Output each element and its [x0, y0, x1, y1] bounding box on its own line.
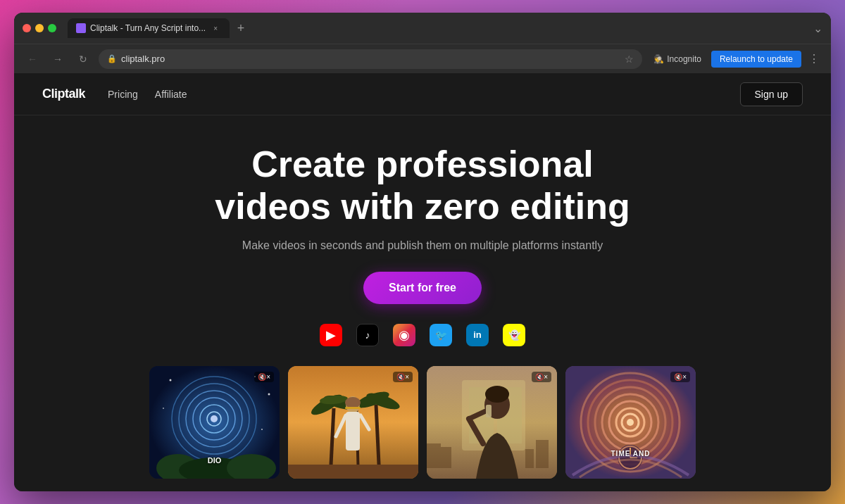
tab-bar: Cliptalk - Turn Any Script into... × +	[68, 18, 808, 38]
star-icon[interactable]: ☆	[625, 53, 634, 65]
youtube-icon: ▶	[320, 324, 342, 346]
site-nav-links: Pricing Affiliate	[108, 89, 187, 100]
tiktok-icon: ♪	[356, 324, 379, 346]
mute-badge-3[interactable]: 🔇×	[532, 372, 551, 382]
svg-rect-41	[427, 443, 441, 468]
chrome-actions: 🕵 Incognito Relaunch to update ⋮	[648, 49, 822, 68]
hero-title: Create professional videos with zero edi…	[215, 144, 630, 228]
mute-badge-1[interactable]: 🔇×	[254, 372, 274, 382]
site-navbar: Cliptalk Pricing Affiliate Sign up	[14, 73, 831, 115]
url-text: cliptalk.pro	[121, 53, 620, 64]
addressbar: ← → ↻ 🔒 cliptalk.pro ☆ 🕵 Incognito Relau…	[14, 44, 831, 73]
video-card-starry: 🔇× DIO	[149, 366, 280, 479]
website-content: Cliptalk Pricing Affiliate Sign up Creat…	[14, 73, 831, 491]
platform-icons: ▶ ♪ ◉ 🐦 in 👻	[320, 324, 525, 346]
svg-point-53	[627, 419, 634, 426]
chrome-end-button[interactable]: ⌄	[813, 22, 822, 35]
hero-section: Create professional videos with zero edi…	[14, 115, 831, 491]
signup-button[interactable]: Sign up	[740, 82, 803, 106]
svg-point-9	[268, 393, 270, 395]
svg-point-37	[485, 386, 509, 403]
snapchat-icon: 👻	[503, 324, 525, 346]
maximize-traffic-light[interactable]	[48, 24, 56, 32]
hero-title-line1: Create professional	[251, 144, 594, 184]
vortex-svg	[565, 366, 696, 479]
url-bar[interactable]: 🔒 cliptalk.pro ☆	[99, 49, 642, 69]
instagram-icon: ◉	[393, 324, 415, 346]
video-row: 🔇× DIO	[28, 366, 817, 479]
mute-badge-4[interactable]: 🔇×	[670, 372, 690, 382]
video-card-vortex: 🔇× TIME AND	[565, 366, 696, 479]
traffic-lights	[23, 24, 56, 32]
browser-window: Cliptalk - Turn Any Script into... × + ⌄…	[14, 13, 831, 491]
incognito-icon: 🕵	[653, 54, 664, 64]
titlebar: Cliptalk - Turn Any Script into... × + ⌄	[14, 13, 831, 44]
nav-link-affiliate[interactable]: Affiliate	[155, 89, 187, 100]
tab-close-button[interactable]: ×	[210, 23, 221, 34]
new-tab-button[interactable]: +	[232, 20, 249, 37]
active-tab[interactable]: Cliptalk - Turn Any Script into... ×	[68, 18, 230, 38]
twitter-icon: 🐦	[430, 324, 452, 346]
forward-button[interactable]: →	[48, 49, 68, 69]
three-dots-menu[interactable]: ⋮	[806, 49, 822, 68]
mute-badge-2[interactable]: 🔇×	[393, 372, 413, 382]
video-label-1: DIO	[208, 456, 222, 465]
site-logo: Cliptalk	[42, 87, 85, 101]
cta-button[interactable]: Start for free	[363, 272, 482, 304]
svg-point-10	[163, 408, 164, 409]
lock-icon: 🔒	[107, 54, 117, 63]
svg-point-11	[261, 429, 263, 430]
svg-point-15	[211, 415, 218, 422]
svg-rect-31	[288, 465, 418, 479]
reload-button[interactable]: ↻	[73, 49, 93, 69]
tab-favicon	[76, 23, 86, 33]
hero-title-line2: videos with zero editing	[215, 186, 630, 227]
svg-rect-43	[536, 440, 549, 468]
incognito-button[interactable]: 🕵 Incognito	[648, 51, 707, 67]
minimize-traffic-light[interactable]	[35, 24, 44, 32]
svg-point-7	[170, 379, 172, 381]
relaunch-button[interactable]: Relaunch to update	[711, 51, 801, 68]
linkedin-icon: in	[466, 324, 489, 346]
back-button[interactable]: ←	[23, 49, 42, 69]
incognito-label: Incognito	[667, 54, 701, 64]
drinking-svg	[427, 366, 557, 479]
close-traffic-light[interactable]	[23, 24, 31, 32]
svg-rect-40	[486, 405, 492, 417]
svg-rect-30	[345, 407, 361, 409]
video-card-drinking: 🔇×	[427, 366, 557, 479]
svg-rect-26	[346, 412, 360, 451]
svg-rect-42	[441, 447, 451, 468]
svg-rect-44	[525, 449, 534, 468]
nav-link-pricing[interactable]: Pricing	[108, 89, 138, 100]
video-label-4: TIME AND	[611, 450, 651, 458]
video-card-desert: 🔇×	[288, 366, 418, 479]
svg-point-29	[345, 397, 361, 408]
desert-svg	[288, 366, 418, 479]
tab-title: Cliptalk - Turn Any Script into...	[90, 23, 206, 33]
hero-subtitle: Make videos in seconds and publish them …	[242, 239, 603, 252]
